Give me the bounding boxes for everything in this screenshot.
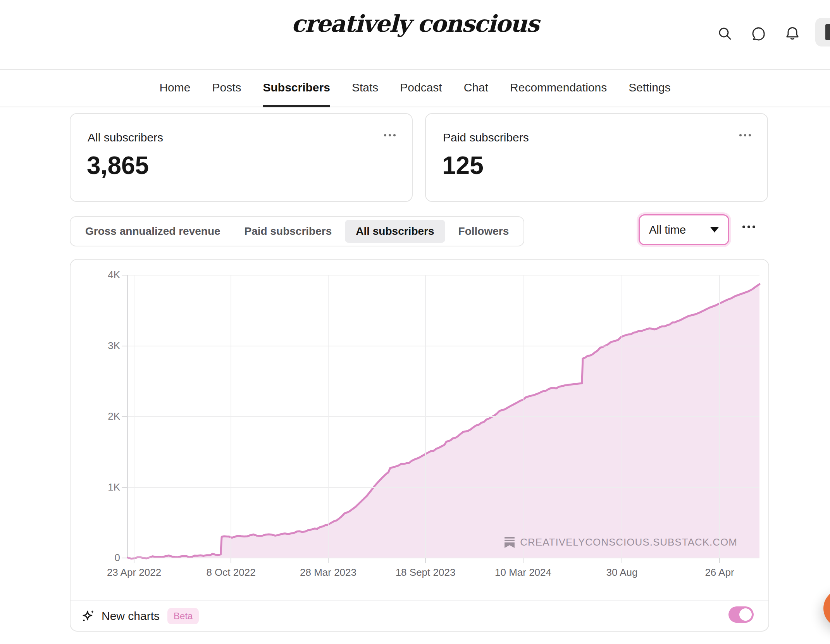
x-axis-label: 8 Oct 2022 <box>206 567 255 579</box>
x-axis-label: 28 Mar 2023 <box>300 567 356 579</box>
user-avatar[interactable] <box>815 18 830 46</box>
y-axis-label: 3K <box>71 340 120 352</box>
toggle-knob <box>739 608 752 621</box>
search-icon[interactable] <box>717 26 733 42</box>
x-axis-tick <box>622 558 622 563</box>
y-axis-tick <box>122 346 127 346</box>
substack-logo-icon <box>505 537 515 548</box>
subscribers-area-chart[interactable] <box>128 275 759 558</box>
x-axis-tick <box>231 558 231 563</box>
subscribers-dashboard: { "brand": { "logo_text": "creatively co… <box>0 0 830 644</box>
chevron-down-icon <box>710 227 719 232</box>
chat-icon[interactable] <box>751 26 767 42</box>
help-chat-fab[interactable] <box>823 589 830 628</box>
h-gridline <box>128 558 759 558</box>
x-axis-tick <box>134 558 134 563</box>
stat-card-label: Paid subscribers <box>443 131 529 144</box>
y-axis-label: 2K <box>71 410 120 422</box>
chart-watermark: CREATIVELYCONSCIOUS.SUBSTACK.COM <box>505 536 737 548</box>
all-subscribers-card: All subscribers 3,865 <box>70 113 413 202</box>
v-gridline <box>523 275 523 558</box>
publication-logo[interactable]: creatively conscious <box>291 10 539 37</box>
nav-item-settings[interactable]: Settings <box>629 70 670 107</box>
stat-card-value: 3,865 <box>87 151 149 180</box>
nav-item-chat[interactable]: Chat <box>464 70 488 107</box>
v-gridline <box>134 275 134 558</box>
publication-navbar: Home Posts Subscribers Stats Podcast Cha… <box>0 69 830 107</box>
nav-item-posts[interactable]: Posts <box>212 70 241 107</box>
h-gridline <box>128 275 759 276</box>
y-axis-tick <box>122 558 127 558</box>
x-axis-tick <box>328 558 329 563</box>
bell-icon[interactable] <box>784 26 801 42</box>
x-axis-label: 23 Apr 2022 <box>107 567 161 579</box>
h-gridline <box>128 346 759 346</box>
time-range-select[interactable]: All time <box>639 214 729 245</box>
x-axis-label: 30 Aug <box>606 567 638 579</box>
tab-followers[interactable]: Followers <box>448 220 520 243</box>
x-axis-tick <box>523 558 523 563</box>
card-overflow-menu-icon[interactable] <box>384 134 396 136</box>
beta-badge: Beta <box>167 608 199 624</box>
v-gridline <box>622 275 622 558</box>
v-gridline <box>328 275 329 558</box>
x-axis-tick <box>719 558 720 563</box>
tab-paid-subscribers[interactable]: Paid subscribers <box>234 220 343 243</box>
chart-overflow-menu-icon[interactable] <box>742 226 755 228</box>
tab-all-subscribers[interactable]: All subscribers <box>345 220 445 243</box>
new-charts-label: New charts <box>102 610 160 623</box>
nav-item-subscribers[interactable]: Subscribers <box>263 70 330 107</box>
card-overflow-menu-icon[interactable] <box>739 134 751 136</box>
x-axis-label: 26 Apr <box>705 567 734 579</box>
nav-item-podcast[interactable]: Podcast <box>400 70 442 107</box>
h-gridline <box>128 416 759 417</box>
y-axis-tick <box>122 416 127 417</box>
stat-card-label: All subscribers <box>88 131 163 144</box>
y-axis-label: 0 <box>71 552 120 564</box>
stat-card-value: 125 <box>442 151 484 180</box>
watermark-text: CREATIVELYCONSCIOUS.SUBSTACK.COM <box>520 536 737 548</box>
paid-subscribers-card: Paid subscribers 125 <box>425 113 768 202</box>
metric-tab-bar: Gross annualized revenue Paid subscriber… <box>70 216 524 246</box>
nav-item-home[interactable]: Home <box>159 70 190 107</box>
tab-gross-annualized-revenue[interactable]: Gross annualized revenue <box>74 220 231 243</box>
sparkles-icon <box>81 609 95 623</box>
x-axis-label: 18 Sept 2023 <box>396 567 456 579</box>
chart-card: CREATIVELYCONSCIOUS.SUBSTACK.COM New cha… <box>70 259 769 632</box>
avatar-partial-glyph <box>825 24 830 40</box>
v-gridline <box>719 275 720 558</box>
new-charts-toggle[interactable] <box>728 606 754 623</box>
x-axis-tick <box>425 558 426 563</box>
v-gridline <box>231 275 231 558</box>
top-header: creatively conscious <box>0 0 830 69</box>
v-gridline <box>425 275 426 558</box>
new-charts-row: New charts Beta <box>81 601 199 632</box>
y-axis-label: 4K <box>71 269 120 281</box>
nav-item-stats[interactable]: Stats <box>352 70 378 107</box>
x-axis-label: 10 Mar 2024 <box>495 567 551 579</box>
time-range-value: All time <box>649 224 686 236</box>
h-gridline <box>128 487 759 488</box>
y-axis-tick <box>122 275 127 276</box>
y-axis-tick <box>122 487 127 488</box>
y-axis-label: 1K <box>71 481 120 493</box>
nav-item-recommendations[interactable]: Recommendations <box>510 70 607 107</box>
